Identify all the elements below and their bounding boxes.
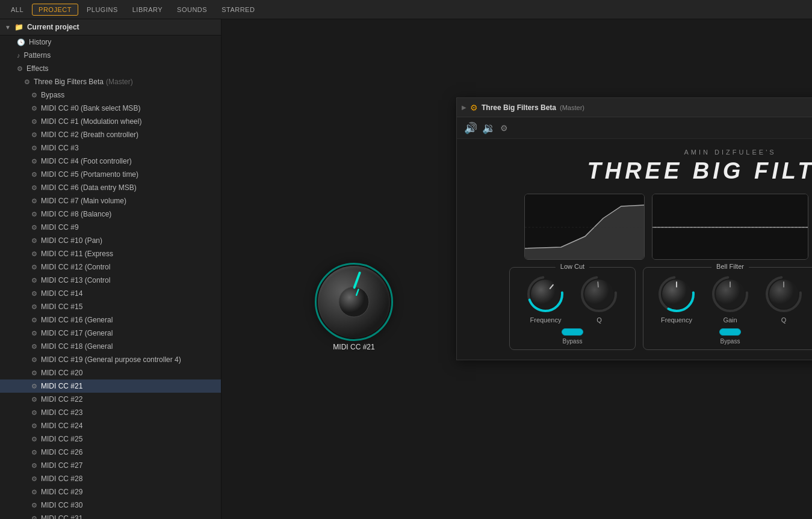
bell-q-knob[interactable] — [764, 275, 804, 314]
midi-icon-29: ⚙ — [31, 488, 37, 496]
midi-label-19: MIDI CC #19 (General purpose controller … — [41, 355, 181, 364]
bell-freq-label: Frequency — [661, 316, 692, 324]
plugin-titlebar: ▶ ⚙ Three Big Filters Beta (Master) ⊞ — … — [457, 98, 812, 117]
lowcut-freq-wrap: Frequency — [526, 275, 565, 324]
sidebar-item-midi-29[interactable]: ⚙MIDI CC #29 — [0, 485, 221, 499]
sidebar-item-midi-27[interactable]: ⚙MIDI CC #27 — [0, 459, 221, 472]
sidebar-item-midi-15[interactable]: ⚙MIDI CC #15 — [0, 300, 221, 313]
bell-gain-knob[interactable] — [711, 275, 750, 314]
midi-icon-22: ⚙ — [31, 396, 37, 404]
lowcut-freq-knob[interactable] — [526, 275, 565, 314]
midi-label-21: MIDI CC #21 — [41, 382, 82, 390]
plugin-title-master: (Master) — [560, 104, 584, 111]
midi-icon-17: ⚙ — [31, 330, 37, 337]
bell-freq-knob[interactable] — [657, 275, 696, 314]
bell-bypass-toggle[interactable] — [719, 328, 741, 336]
midi-label-24: MIDI CC #24 — [41, 422, 82, 430]
sidebar-item-midi-21[interactable]: ⚙MIDI CC #21 — [0, 379, 221, 393]
sidebar-item-midi-18[interactable]: ⚙MIDI CC #18 (General — [0, 340, 221, 353]
midi-label-26: MIDI CC #26 — [41, 448, 82, 456]
sidebar-item-midi-5[interactable]: ⚙MIDI CC #5 (Portamento time) — [0, 168, 221, 181]
midi-label-16: MIDI CC #16 (General — [41, 316, 113, 324]
sidebar-item-patterns[interactable]: ♪ Patterns — [0, 49, 221, 62]
midi-icon-3: ⚙ — [31, 144, 37, 152]
sidebar-item-midi-31[interactable]: ⚙MIDI CC #31 — [0, 512, 221, 519]
settings-icon[interactable]: ⚙ — [500, 123, 508, 133]
lowcut-freq-label: Frequency — [530, 316, 562, 324]
bell-label: Bell Filter — [711, 263, 749, 270]
nav-library[interactable]: LIBRARY — [126, 4, 169, 15]
plugin-main-title: Three Big Filters — [587, 158, 812, 184]
midi-label-0: MIDI CC #0 (Bank select MSB) — [41, 104, 140, 112]
plugin-icon: ⚙ — [24, 78, 30, 86]
midi-label-14: MIDI CC #14 — [41, 289, 82, 298]
sidebar-item-midi-1[interactable]: ⚙MIDI CC #1 (Modulation wheel) — [0, 115, 221, 128]
sidebar-item-tbf[interactable]: ⚙ Three Big Filters Beta (Master) — [0, 75, 221, 88]
sidebar-item-history[interactable]: 🕓 History — [0, 35, 221, 49]
midi-label-15: MIDI CC #15 — [41, 302, 82, 311]
sidebar-item-midi-0[interactable]: ⚙MIDI CC #0 (Bank select MSB) — [0, 102, 221, 115]
plugin-title: Three Big Filters Beta — [482, 103, 556, 112]
sidebar-item-midi-23[interactable]: ⚙MIDI CC #23 — [0, 406, 221, 419]
sidebar-item-midi-28[interactable]: ⚙MIDI CC #28 — [0, 472, 221, 485]
bell-q-label: Q — [781, 316, 787, 324]
midi-icon-11: ⚙ — [31, 250, 37, 258]
sidebar-item-midi-30[interactable]: ⚙MIDI CC #30 — [0, 499, 221, 512]
sidebar-item-midi-22[interactable]: ⚙MIDI CC #22 — [0, 393, 221, 406]
bell-gain-label: Gain — [723, 316, 737, 324]
current-project-header[interactable]: ▼ 📁 Current project — [0, 19, 221, 35]
speaker-gear-icon[interactable]: 🔉 — [482, 121, 495, 135]
nav-sounds[interactable]: SOUNDS — [171, 4, 213, 15]
midi-label-25: MIDI CC #25 — [41, 435, 82, 443]
lowcut-q-knob[interactable] — [580, 275, 619, 314]
sidebar-item-midi-19[interactable]: ⚙MIDI CC #19 (General purpose controller… — [0, 353, 221, 366]
play-icon[interactable]: ▶ — [462, 104, 466, 111]
sidebar-item-midi-20[interactable]: ⚙MIDI CC #20 — [0, 366, 221, 379]
plugin-body: Amin Dizfulee's Three Big Filters — [457, 139, 812, 360]
nav-plugins[interactable]: PLUGINS — [81, 4, 124, 15]
filter-display-lowcut — [524, 194, 645, 260]
midi-icon-2: ⚙ — [31, 131, 37, 139]
svg-point-14 — [584, 280, 613, 309]
speaker-icon[interactable]: 🔊 — [464, 121, 477, 135]
nav-starred[interactable]: STARRED — [215, 4, 261, 15]
sidebar-item-midi-25[interactable]: ⚙MIDI CC #25 — [0, 432, 221, 446]
midi-icon-1: ⚙ — [31, 118, 37, 126]
sidebar-item-midi-14[interactable]: ⚙MIDI CC #14 — [0, 287, 221, 300]
midi-label-11: MIDI CC #11 (Express — [41, 250, 113, 258]
sidebar-item-midi-13[interactable]: ⚙MIDI CC #13 (Control — [0, 274, 221, 287]
sidebar-item-midi-17[interactable]: ⚙MIDI CC #17 (General — [0, 327, 221, 340]
sidebar-item-midi-8[interactable]: ⚙MIDI CC #8 (Balance) — [0, 207, 221, 221]
sidebar-item-midi-16[interactable]: ⚙MIDI CC #16 (General — [0, 313, 221, 327]
sidebar-item-midi-26[interactable]: ⚙MIDI CC #26 — [0, 446, 221, 459]
midi-label-7: MIDI CC #7 (Main volume) — [41, 197, 126, 205]
sidebar-item-midi-9[interactable]: ⚙MIDI CC #9 — [0, 221, 221, 234]
sidebar-item-midi-2[interactable]: ⚙MIDI CC #2 (Breath controller) — [0, 128, 221, 141]
nav-project[interactable]: PROJECT — [32, 4, 78, 16]
lowcut-knobs: Frequency — [526, 275, 619, 324]
midi-label-5: MIDI CC #5 (Portamento time) — [41, 170, 138, 179]
lowcut-q-wrap: Q — [580, 275, 619, 324]
midi-knob-overlay[interactable]: MIDI CC #21 — [318, 266, 390, 351]
sidebar-item-midi-3[interactable]: ⚙MIDI CC #3 — [0, 141, 221, 155]
sidebar-item-effects[interactable]: ⚙ Effects — [0, 62, 221, 75]
knob-overlay-label: MIDI CC #21 — [333, 343, 374, 351]
sidebar-item-midi-4[interactable]: ⚙MIDI CC #4 (Foot controller) — [0, 155, 221, 168]
sidebar-item-midi-7[interactable]: ⚙MIDI CC #7 (Main volume) — [0, 194, 221, 207]
bell-knobs: Frequency — [657, 275, 804, 324]
bell-gain-wrap: Gain — [711, 275, 750, 324]
lowcut-bypass-toggle[interactable] — [562, 328, 583, 336]
bell-freq-wrap: Frequency — [657, 275, 696, 324]
sidebar-item-midi-11[interactable]: ⚙MIDI CC #11 (Express — [0, 247, 221, 260]
sidebar-item-midi-24[interactable]: ⚙MIDI CC #24 — [0, 419, 221, 432]
nav-all[interactable]: ALL — [5, 4, 29, 15]
sidebar-item-bypass[interactable]: ⚙ Bypass — [0, 88, 221, 102]
midi-label-20: MIDI CC #20 — [41, 369, 82, 377]
sidebar-item-midi-10[interactable]: ⚙MIDI CC #10 (Pan) — [0, 234, 221, 247]
sidebar-item-midi-12[interactable]: ⚙MIDI CC #12 (Control — [0, 260, 221, 274]
sidebar-item-midi-6[interactable]: ⚙MIDI CC #6 (Data entry MSB) — [0, 181, 221, 194]
bypass-label: Bypass — [41, 91, 64, 99]
midi-label-17: MIDI CC #17 (General — [41, 329, 113, 337]
midi-label-13: MIDI CC #13 (Control — [41, 276, 110, 284]
midi-knob[interactable] — [318, 266, 390, 338]
